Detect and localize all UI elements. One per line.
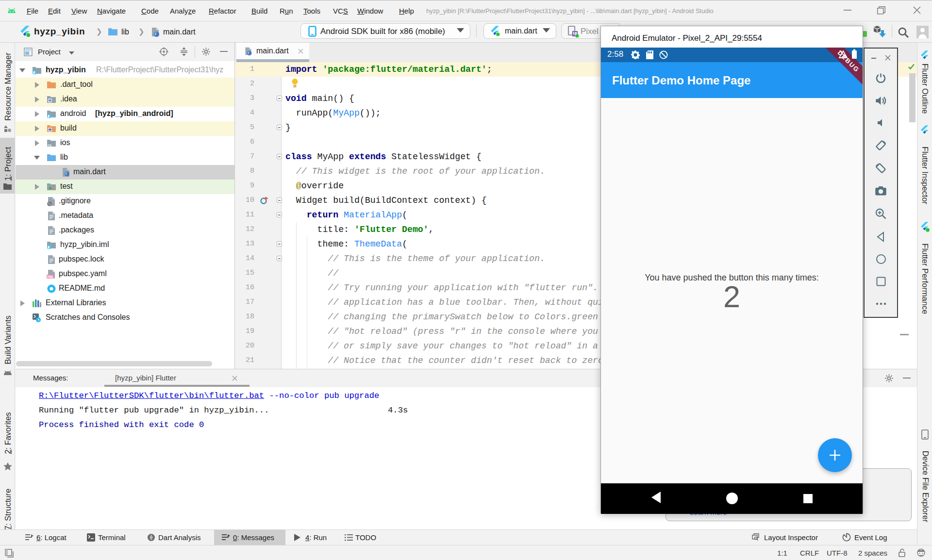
svg-text:YML: YML (47, 275, 54, 279)
